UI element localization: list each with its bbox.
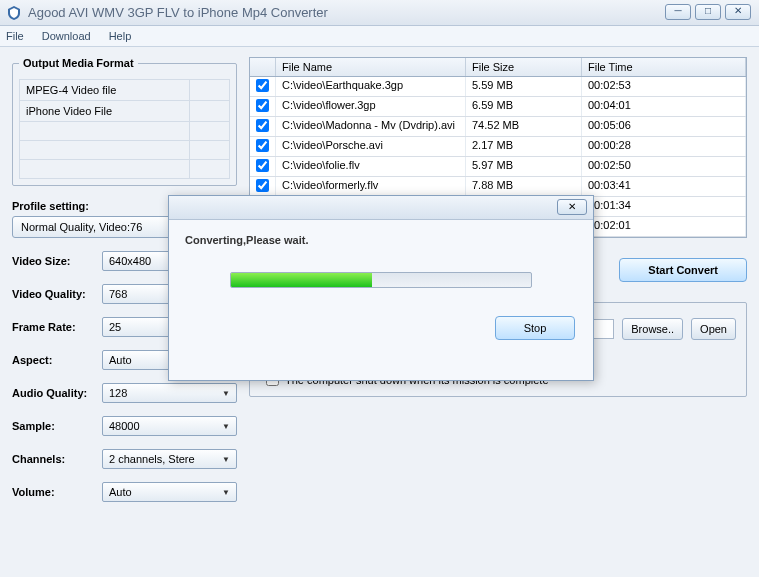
progress-fill (231, 273, 372, 287)
dialog-close-button[interactable]: ✕ (557, 199, 587, 215)
table-row[interactable]: C:\video\flower.3gp6.59 MB00:04:01 (250, 97, 746, 117)
chevron-down-icon: ▼ (222, 455, 230, 464)
channels-select[interactable]: 2 channels, Stere▼ (102, 449, 237, 469)
stop-button[interactable]: Stop (495, 316, 575, 340)
chevron-down-icon: ▼ (222, 389, 230, 398)
omf-item[interactable]: iPhone Video File (20, 101, 190, 122)
chevron-down-icon: ▼ (222, 488, 230, 497)
progress-bar (230, 272, 532, 288)
dialog-titlebar: ✕ (169, 196, 593, 220)
menubar: File Download Help (0, 26, 759, 47)
row-checkbox[interactable] (256, 179, 269, 192)
cell-filetime: 00:02:01 (582, 217, 746, 236)
menu-file[interactable]: File (6, 30, 24, 42)
cell-filename: C:\video\flower.3gp (276, 97, 466, 116)
cell-filename: C:\video\Madonna - Mv (Dvdrip).avi (276, 117, 466, 136)
cell-filesize: 6.59 MB (466, 97, 582, 116)
cell-filesize: 74.52 MB (466, 117, 582, 136)
cell-filetime: 00:03:41 (582, 177, 746, 196)
grid-header: File Name File Size File Time (250, 58, 746, 77)
menu-help[interactable]: Help (109, 30, 132, 42)
row-checkbox[interactable] (256, 139, 269, 152)
cell-filename: C:\video\folie.flv (276, 157, 466, 176)
cell-filename: C:\video\formerly.flv (276, 177, 466, 196)
cell-filetime: 00:02:53 (582, 77, 746, 96)
omf-item[interactable]: MPEG-4 Video file (20, 80, 190, 101)
menu-download[interactable]: Download (42, 30, 91, 42)
cell-filesize: 7.88 MB (466, 177, 582, 196)
app-icon (6, 5, 22, 21)
maximize-button[interactable]: □ (695, 4, 721, 20)
row-checkbox[interactable] (256, 99, 269, 112)
cell-filetime: 00:02:50 (582, 157, 746, 176)
chevron-down-icon: ▼ (222, 422, 230, 431)
table-row[interactable]: C:\video\formerly.flv7.88 MB00:03:41 (250, 177, 746, 197)
volume-select[interactable]: Auto▼ (102, 482, 237, 502)
dialog-message: Converting,Please wait. (169, 220, 593, 254)
table-row[interactable]: C:\video\Earthquake.3gp5.59 MB00:02:53 (250, 77, 746, 97)
row-checkbox[interactable] (256, 119, 269, 132)
table-row[interactable]: C:\video\Porsche.avi2.17 MB00:00:28 (250, 137, 746, 157)
cell-filesize: 5.97 MB (466, 157, 582, 176)
sample-select[interactable]: 48000▼ (102, 416, 237, 436)
cell-filesize: 5.59 MB (466, 77, 582, 96)
output-media-format: Output Media Format MPEG-4 Video file iP… (12, 57, 237, 186)
cell-filetime: 00:05:06 (582, 117, 746, 136)
cell-filetime: 00:01:34 (582, 197, 746, 216)
close-button[interactable]: ✕ (725, 4, 751, 20)
window-title: Agood AVI WMV 3GP FLV to iPhone Mp4 Conv… (28, 5, 328, 20)
cell-filename: C:\video\Porsche.avi (276, 137, 466, 156)
cell-filesize: 2.17 MB (466, 137, 582, 156)
audio-quality-select[interactable]: 128▼ (102, 383, 237, 403)
cell-filename: C:\video\Earthquake.3gp (276, 77, 466, 96)
row-checkbox[interactable] (256, 79, 269, 92)
table-row[interactable]: C:\video\Madonna - Mv (Dvdrip).avi74.52 … (250, 117, 746, 137)
omf-legend: Output Media Format (19, 57, 138, 69)
minimize-button[interactable]: ─ (665, 4, 691, 20)
open-button[interactable]: Open (691, 318, 736, 340)
browse-button[interactable]: Browse.. (622, 318, 683, 340)
cell-filetime: 00:04:01 (582, 97, 746, 116)
table-row[interactable]: C:\video\folie.flv5.97 MB00:02:50 (250, 157, 746, 177)
converting-dialog: ✕ Converting,Please wait. Stop (168, 195, 594, 381)
titlebar: Agood AVI WMV 3GP FLV to iPhone Mp4 Conv… (0, 0, 759, 26)
omf-list[interactable]: MPEG-4 Video file iPhone Video File (19, 79, 230, 179)
start-convert-button[interactable]: Start Convert (619, 258, 747, 282)
row-checkbox[interactable] (256, 159, 269, 172)
cell-filetime: 00:00:28 (582, 137, 746, 156)
